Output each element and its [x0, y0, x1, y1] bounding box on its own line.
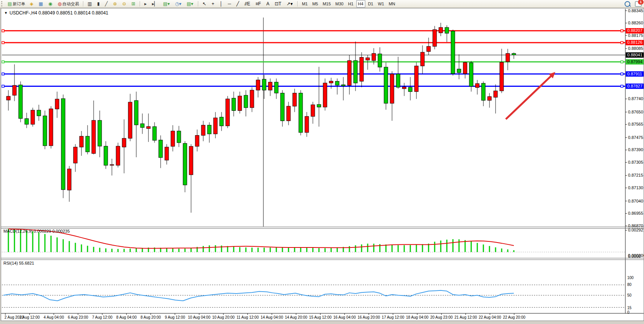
svg-text:6 Aug 23:00: 6 Aug 23:00 — [68, 315, 88, 319]
new-chart-button[interactable]: ▤▾ — [161, 0, 172, 8]
svg-text:▼: ▼ — [4, 11, 8, 15]
svg-text:14 Aug 04:00: 14 Aug 04:00 — [261, 315, 283, 319]
period-button[interactable]: ◷▾ — [173, 0, 184, 8]
objects-button[interactable]: ◈ — [28, 0, 36, 8]
toolbar-grip[interactable] — [1, 1, 4, 6]
tile-windows-button[interactable]: ⊞ — [129, 0, 138, 8]
timeframe-d1[interactable]: D1 — [366, 0, 375, 8]
chart-window: 0.883450.882600.881750.880850.877400.876… — [1, 8, 644, 321]
svg-text:4 Aug 04:00: 4 Aug 04:00 — [44, 315, 64, 319]
tile-windows-icon: ⊞ — [131, 1, 135, 7]
search-icon[interactable] — [625, 1, 630, 7]
toolbar-icons-mid: ▥▮╱⊕⊖⊞▸▸▏▤▾◷▾▤▾↖+│─╱⫻E≡FA⊡T↗▾ — [81, 0, 300, 8]
timeframe-mn[interactable]: MN — [387, 0, 397, 8]
text-button[interactable]: A — [265, 0, 272, 8]
template-icon: ▤▾ — [187, 1, 193, 7]
svg-text:3 Aug 12:00: 3 Aug 12:00 — [19, 315, 40, 319]
cursor-button[interactable]: ↖ — [201, 0, 209, 8]
svg-text:20 Aug 23:00: 20 Aug 23:00 — [430, 315, 453, 319]
usdchf-h4-chart[interactable]: 0.883450.882600.881750.880850.877400.876… — [1, 8, 644, 321]
svg-text:MACD(12,26,9) 0.000229 0.00023: MACD(12,26,9) 0.000229 0.000235 — [3, 229, 70, 233]
timeframe-w1[interactable]: W1 — [376, 0, 386, 8]
toolbar-icons-left: ◈▦◉ — [27, 0, 55, 8]
svg-text:15 Aug 12:00: 15 Aug 12:00 — [309, 315, 332, 319]
svg-text:16 Aug 04:00: 16 Aug 04:00 — [333, 315, 356, 319]
market-watch-button[interactable]: ▦ — [37, 0, 46, 8]
vline-icon: │ — [220, 1, 223, 7]
timeframe-m5[interactable]: M5 — [310, 0, 320, 8]
channel-icon: ⫻E — [244, 1, 250, 7]
svg-text:RSI(14) 55.6821: RSI(14) 55.6821 — [3, 261, 34, 265]
timeframe-h4[interactable]: H4 — [356, 0, 365, 8]
chart-shift-icon: ▸▏ — [152, 1, 158, 7]
chart-bars-button[interactable]: ▥ — [86, 0, 94, 8]
svg-text:0.87911: 0.87911 — [627, 72, 642, 76]
autotrade-button[interactable]: ◍ 自动交易 — [56, 0, 81, 8]
svg-text:10 Aug 20:00: 10 Aug 20:00 — [212, 315, 234, 319]
svg-text:21 Aug 12:00: 21 Aug 12:00 — [454, 315, 477, 319]
svg-text:0.87740: 0.87740 — [628, 96, 643, 101]
chat-icon[interactable]: 1 — [635, 1, 642, 7]
toolbar-right: 1 — [625, 1, 642, 7]
autotrade-icon: ◍ — [57, 1, 61, 7]
svg-text:0.86870: 0.86870 — [628, 223, 643, 228]
svg-text:0.87305: 0.87305 — [628, 160, 643, 164]
new-order-button[interactable]: ▤ 新订单 — [6, 0, 27, 8]
market-watch-icon: ▦ — [39, 1, 43, 7]
svg-text:0.000206: 0.000206 — [628, 253, 644, 258]
svg-text:0.87215: 0.87215 — [628, 173, 643, 177]
signals-button[interactable]: ◉ — [46, 0, 55, 8]
svg-text:8 Aug 20:00: 8 Aug 20:00 — [140, 315, 161, 319]
svg-text:0.87994: 0.87994 — [627, 59, 642, 64]
svg-text:10 Aug 04:00: 10 Aug 04:00 — [188, 315, 210, 319]
chart-candles-icon: ▮ — [97, 1, 100, 7]
svg-text:9 Aug 12:00: 9 Aug 12:00 — [165, 315, 185, 319]
svg-text:50: 50 — [627, 293, 632, 297]
svg-text:8 Aug 04:00: 8 Aug 04:00 — [116, 315, 137, 319]
chart-line-button[interactable]: ╱ — [103, 0, 110, 8]
chart-shift-button[interactable]: ▸▏ — [150, 0, 160, 8]
toolbar: ▤ 新订单 ◈▦◉ ◍ 自动交易 ▥▮╱⊕⊖⊞▸▸▏▤▾◷▾▤▾↖+│─╱⫻E≡… — [0, 0, 644, 8]
cursor-icon: ↖ — [202, 1, 206, 7]
toolbar-separator — [297, 1, 298, 6]
svg-text:17 Aug 12:00: 17 Aug 12:00 — [382, 315, 404, 319]
timeframe-m30[interactable]: M30 — [333, 0, 345, 8]
trendline-button[interactable]: ╱ — [234, 0, 242, 8]
zoom-in-button[interactable]: ⊕ — [111, 0, 120, 8]
channel-button[interactable]: ⫻E — [242, 0, 253, 8]
arrows-button[interactable]: ↗▾ — [285, 0, 295, 8]
svg-text:14 Aug 20:00: 14 Aug 20:00 — [285, 315, 307, 319]
chart-candles-button[interactable]: ▮ — [95, 0, 102, 8]
crosshair-button[interactable]: + — [210, 0, 217, 8]
auto-scroll-icon: ▸ — [144, 1, 147, 7]
fibonacci-button[interactable]: ≡F — [253, 0, 263, 8]
chart-line-icon: ╱ — [105, 1, 108, 7]
new-order-label: 新订单 — [13, 1, 25, 7]
svg-text:0.88207: 0.88207 — [627, 28, 642, 33]
auto-scroll-button[interactable]: ▸ — [142, 0, 149, 8]
svg-text:11 Aug 12:00: 11 Aug 12:00 — [236, 315, 259, 319]
hline-icon: ─ — [228, 1, 231, 7]
label-button[interactable]: ⊡T — [273, 0, 284, 8]
vline-button[interactable]: │ — [218, 0, 225, 8]
toolbar-separator — [198, 1, 199, 6]
new-chart-icon: ▤▾ — [163, 1, 170, 7]
svg-text:18 Aug 04:00: 18 Aug 04:00 — [406, 315, 429, 319]
signals-icon: ◉ — [48, 1, 52, 7]
toolbar-separator — [83, 1, 84, 6]
hline-button[interactable]: ─ — [226, 0, 234, 8]
label-icon: ⊡T — [275, 1, 281, 7]
timeframe-m15[interactable]: M15 — [321, 0, 333, 8]
svg-text:0.87475: 0.87475 — [628, 135, 643, 140]
timeframe-h1[interactable]: H1 — [346, 0, 355, 8]
zoom-out-icon: ⊖ — [122, 1, 126, 7]
svg-text:0.88345: 0.88345 — [628, 8, 643, 13]
text-icon: A — [266, 1, 269, 7]
toolbar-separator — [140, 1, 140, 6]
timeframe-m1[interactable]: M1 — [300, 0, 309, 8]
trendline-icon: ╱ — [236, 1, 239, 7]
template-button[interactable]: ▤▾ — [185, 0, 196, 8]
zoom-out-button[interactable]: ⊖ — [120, 0, 129, 8]
svg-text:0.88085: 0.88085 — [628, 46, 643, 51]
objects-icon: ◈ — [30, 1, 33, 7]
